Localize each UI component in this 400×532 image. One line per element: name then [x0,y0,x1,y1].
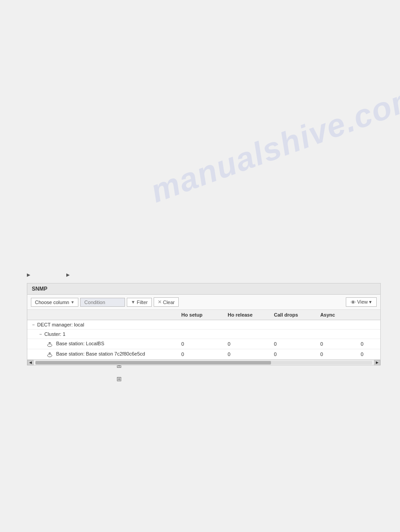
table-row[interactable]: Base station: Base station 7c2f80c6e5cd0… [27,349,380,360]
choose-column-label: Choose column [35,300,69,305]
scrollbar-track[interactable] [35,361,372,365]
row-label: Base station: Base station 7c2f80c6e5cd [56,351,145,356]
dropdown-arrow-icon: ▼ [70,300,74,305]
nav-arrow-1[interactable]: ▶ [27,272,30,277]
view-button[interactable]: 👁 View ▾ [346,297,377,307]
table-cell-call_drops [271,330,317,339]
condition-input[interactable] [80,298,125,307]
row-label: DECT manager: local [37,322,84,327]
filter-label: Filter [137,300,147,305]
table-cell-name: − DECT manager: local [27,320,178,330]
snmp-table-body: − DECT manager: local − Cluster: 1 Base … [27,320,380,360]
svg-point-9 [49,352,50,353]
scrollbar-thumb [35,361,271,365]
table-cell-async: 0 [317,349,357,360]
scrollbar-right-arrow[interactable]: ▶ [374,360,380,365]
svg-point-5 [47,354,52,357]
clear-x-icon: ✕ [158,299,162,305]
horizontal-scrollbar[interactable]: ◀ ▶ [27,360,380,365]
view-eye-icon: 👁 [351,300,356,305]
table-cell-call_drops: 0 [271,339,317,349]
table-cell-ho_release: 0 [224,339,270,349]
table-cell-call_drops: 0 [271,349,317,360]
table-cell-ho_release [224,320,270,330]
table-cell-ho_setup [178,330,224,339]
table-cell-ho_release: 0 [224,349,270,360]
table-row[interactable]: − Cluster: 1 [27,330,380,339]
sub-item-2: ⊞ [116,375,122,382]
table-cell-ho_release [224,330,270,339]
table-cell-ho_setup: 0 [178,339,224,349]
view-label: View ▾ [357,299,372,305]
col-header-call-drops[interactable]: Call drops [271,310,317,320]
row-label: Base station: LocalBS [56,341,104,346]
table-row[interactable]: Base station: LocalBS00000 [27,339,380,349]
expand-icon[interactable]: − [39,332,42,337]
table-cell-async [317,320,357,330]
filter-button[interactable]: ▼ Filter [127,298,151,307]
snmp-table-container: Ho setup Ho release Call drops Async − D… [27,310,380,360]
col-header-async[interactable]: Async [317,310,357,320]
watermark: manualshive.com [146,78,400,210]
table-cell-extra [357,320,380,330]
table-cell-extra: 0 [357,349,380,360]
sub-item-icon-2: ⊞ [116,375,122,382]
base-station-icon [47,351,54,357]
table-cell-call_drops [271,320,317,330]
table-cell-async [317,330,357,339]
clear-button[interactable]: ✕ Clear [154,297,179,307]
snmp-panel: SNMP Choose column ▼ ▼ Filter ✕ Clear 👁 … [27,283,381,365]
clear-label: Clear [163,300,175,305]
svg-point-4 [49,342,50,343]
snmp-panel-title: SNMP [27,283,380,295]
col-header-ho-release[interactable]: Ho release [224,310,270,320]
col-header-extra [357,310,380,320]
table-cell-name: Base station: Base station 7c2f80c6e5cd [27,349,178,360]
filter-icon: ▼ [131,300,135,305]
snmp-table: Ho setup Ho release Call drops Async − D… [27,310,380,360]
table-cell-name: Base station: LocalBS [27,339,178,349]
table-cell-extra [357,330,380,339]
table-cell-async: 0 [317,339,357,349]
table-row[interactable]: − DECT manager: local [27,320,380,330]
snmp-toolbar: Choose column ▼ ▼ Filter ✕ Clear 👁 View … [27,295,380,310]
table-cell-extra: 0 [357,339,380,349]
table-header-row: Ho setup Ho release Call drops Async [27,310,380,320]
choose-column-button[interactable]: Choose column ▼ [31,298,78,307]
col-header-ho-setup[interactable]: Ho setup [178,310,224,320]
nav-arrow-2[interactable]: ▶ [66,272,70,277]
col-header-name [27,310,178,320]
row-label: Cluster: 1 [44,331,65,337]
scrollbar-left-arrow[interactable]: ◀ [27,360,34,365]
table-cell-ho_setup [178,320,224,330]
base-station-icon [47,341,54,347]
expand-icon[interactable]: − [32,322,35,327]
svg-point-0 [47,344,52,347]
nav-arrows: ▶ ▶ [27,272,70,277]
table-cell-ho_setup: 0 [178,349,224,360]
table-cell-name: − Cluster: 1 [27,330,178,339]
